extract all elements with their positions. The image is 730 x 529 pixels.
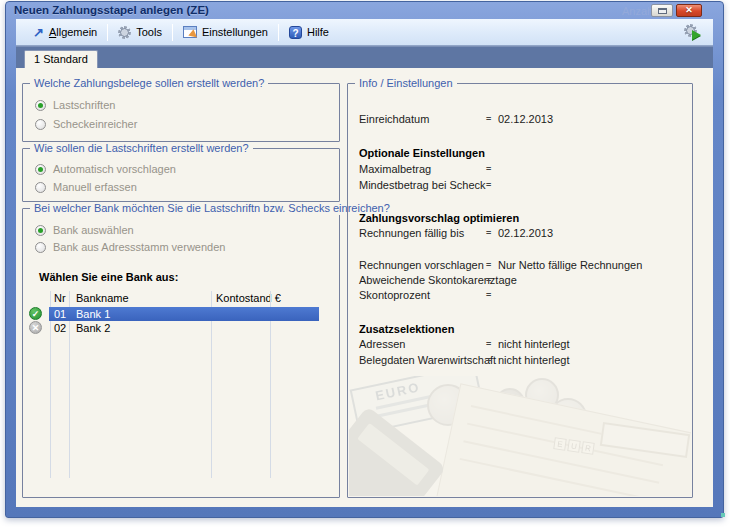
radio-icon[interactable] (35, 242, 46, 253)
field-label: Mindestbetrag bei Scheck (359, 178, 486, 192)
coin-graphic (495, 388, 525, 418)
column-header-bankname[interactable]: Bankname (76, 292, 129, 304)
field-label: Rechnungen fällig bis (359, 226, 464, 240)
equals-icon: = (486, 258, 491, 272)
group-title: Bei welcher Bank möchten Sie die Lastsch… (30, 202, 394, 215)
coin-graphic (427, 384, 469, 426)
form-field-graphic (600, 422, 690, 458)
group-bank-auswahl: Bei welcher Bank möchten Sie die Lastsch… (22, 208, 340, 498)
info-row-adressen: Adressen = nicht hinterlegt (348, 337, 692, 351)
tab-standard[interactable]: 1 Standard (24, 50, 98, 68)
tab-strip: 1 Standard (16, 46, 713, 68)
heading-label: Zusatzselektionen (359, 322, 454, 336)
radio-icon[interactable] (35, 182, 46, 193)
radio-option-scheckeinreicher[interactable]: Scheckeinreicher (35, 117, 137, 131)
field-value[interactable]: nicht hinterlegt (498, 337, 570, 351)
tab-page: Welche Zahlungsbelege sollen erstellt we… (16, 68, 713, 507)
column-header-kontostand[interactable]: Kontostand € (216, 292, 281, 304)
info-row-mindestbetrag: Mindestbetrag bei Scheck = (348, 178, 692, 192)
window-title: Neuen Zahlungsstapel anlegen (ZE) (14, 4, 209, 16)
resize-grip[interactable] (721, 513, 725, 517)
field-value[interactable]: 02.12.2013 (498, 226, 553, 240)
toolbar-label-einstellungen: Einstellungen (202, 26, 268, 38)
eur-key: E (553, 437, 567, 451)
close-icon: ✕ (685, 5, 693, 15)
arrow-up-right-icon: ↗ (33, 26, 44, 39)
field-label: Adressen (359, 337, 405, 351)
table-row-bank2[interactable]: 02 Bank 2 (49, 321, 319, 335)
radio-option-automatisch[interactable]: Automatisch vorschlagen (35, 162, 176, 176)
eur-key: R (581, 441, 595, 455)
equals-icon: = (486, 178, 491, 192)
toolbar-button-einstellungen[interactable]: Einstellungen (174, 20, 277, 45)
toolbar-separator (278, 24, 279, 41)
field-value[interactable]: nicht hinterlegt (498, 353, 570, 367)
screen: Neuen Zahlungsstapel anlegen (ZE) Anzahl… (0, 0, 730, 529)
field-value[interactable]: 02.12.2013 (498, 112, 553, 126)
toolbar: ↗ Allgemein Tools Einstellungen ? Hilfe (16, 19, 713, 46)
gears-icon (118, 26, 131, 39)
banknote-text: EURO (374, 379, 422, 403)
radio-label: Scheckeinreicher (53, 118, 137, 130)
group-title: Welche Zahlungsbelege sollen erstellt we… (30, 77, 268, 90)
section-heading-zusatzselektionen: Zusatzselektionen (348, 322, 692, 336)
field-label: Belegdaten Warenwirtschaft (359, 353, 496, 367)
table-row-bank1[interactable]: 01 Bank 1 (49, 307, 319, 321)
radio-label: Lastschriften (53, 99, 115, 111)
restore-icon (658, 8, 667, 14)
group-title: Wie sollen die Lastschriften erstellt we… (30, 142, 253, 155)
group-lastschriften-erstellung: Wie sollen die Lastschriften erstellt we… (22, 148, 340, 202)
restore-button[interactable] (651, 4, 673, 17)
field-label: Einreichdatum (359, 112, 429, 126)
banknote-graphic: EURO (350, 376, 485, 435)
cell-bankname: Bank 1 (76, 307, 110, 321)
info-row-maximalbetrag: Maximalbetrag = (348, 162, 692, 176)
column-header-nr[interactable]: Nr (54, 292, 66, 304)
radio-option-bank-auswaehlen[interactable]: Bank auswählen (35, 223, 134, 237)
radio-icon[interactable] (35, 100, 46, 111)
money-watermark: EURO E U R (349, 376, 691, 496)
toolbar-button-tools[interactable]: Tools (109, 20, 171, 45)
help-icon: ? (289, 26, 302, 39)
field-label: Skontoprozent (359, 288, 430, 302)
toolbar-button-hilfe[interactable]: ? Hilfe (280, 20, 338, 45)
heading-label: Optionale Einstellungen (359, 146, 485, 160)
radio-option-bank-adressstamm[interactable]: Bank aus Adressstamm verwenden (35, 240, 225, 254)
field-label: Rechnungen vorschlagen (359, 258, 484, 272)
field-value[interactable]: Nur Netto fällige Rechnungen (498, 258, 642, 272)
equals-icon: = (486, 273, 491, 287)
equals-icon: = (486, 288, 491, 302)
radio-option-manuell[interactable]: Manuell erfassen (35, 180, 137, 194)
close-button[interactable]: ✕ (676, 4, 702, 17)
equals-icon: = (486, 112, 491, 126)
toolbar-separator (107, 24, 108, 41)
radio-label: Bank aus Adressstamm verwenden (53, 241, 225, 253)
group-zahlungsbelege: Welche Zahlungsbelege sollen erstellt we… (22, 83, 340, 142)
eur-key: U (567, 439, 581, 453)
radio-option-lastschriften[interactable]: Lastschriften (35, 98, 115, 112)
toolbar-button-allgemein[interactable]: ↗ Allgemein (24, 20, 106, 45)
radio-icon[interactable] (35, 164, 46, 175)
info-row-belegdaten: Belegdaten Warenwirtschaft = nicht hinte… (348, 353, 692, 367)
radio-label: Bank auswählen (53, 224, 134, 236)
section-heading-zahlungsvorschlag: Zahlungsvorschlag optimieren (348, 211, 692, 225)
equals-icon: = (486, 353, 491, 367)
form-settings-icon (183, 26, 197, 38)
form-sheet-graphic (433, 383, 691, 496)
toolbar-separator (172, 24, 173, 41)
radio-icon[interactable] (35, 225, 46, 236)
toolbar-label-hilfe: Hilfe (307, 26, 329, 38)
cell-nr: 01 (54, 307, 66, 321)
check-icon: ✓ (29, 307, 42, 320)
equals-icon: = (486, 226, 491, 240)
titlebar[interactable]: Neuen Zahlungsstapel anlegen (ZE) Anzahl… (6, 2, 723, 19)
gear-run-icon[interactable] (684, 24, 700, 40)
section-heading-optionale: Optionale Einstellungen (348, 146, 692, 160)
info-row-skontokarenztage: Abweichende Skontokarenztage = (348, 273, 692, 287)
app-window: Neuen Zahlungsstapel anlegen (ZE) Anzahl… (5, 1, 724, 518)
info-row-einreichdatum: Einreichdatum = 02.12.2013 (348, 112, 692, 126)
radio-icon[interactable] (35, 119, 46, 130)
field-label: Maximalbetrag (359, 162, 431, 176)
heading-label: Zahlungsvorschlag optimieren (359, 211, 519, 225)
equals-icon: = (486, 162, 491, 176)
